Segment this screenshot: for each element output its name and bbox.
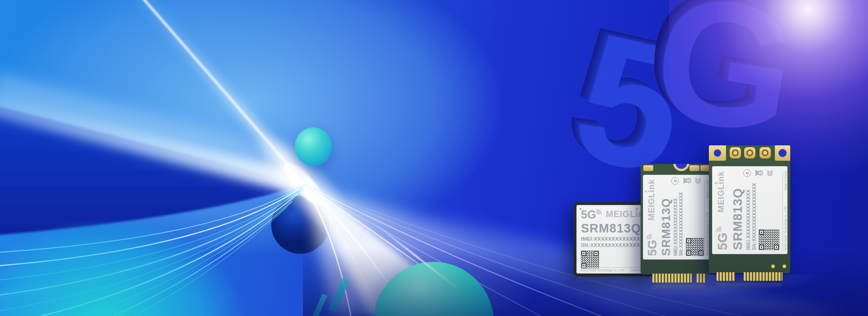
antenna-mark-icon <box>714 182 717 185</box>
reflection-m2 <box>652 284 706 292</box>
sn-line: SN:XXXXXXXXXXXXXXXXXX <box>581 242 649 249</box>
qr-finder-icon <box>774 245 779 250</box>
sn-line: SN:XXXXXXXXXXXXXXXXXX <box>679 179 684 256</box>
reflection-lga <box>576 277 654 283</box>
5g-badge: 5G <box>646 232 659 256</box>
model-number: SRM813Q <box>660 179 672 256</box>
module-m2: 5G MEIGLink SRM813Q IMEI:XXXXXXXX <box>641 164 712 274</box>
ufl-pad-icon <box>643 165 653 171</box>
qr-finder-icon <box>594 251 599 256</box>
cyan-corner-glow <box>0 190 285 316</box>
company-name: MeiG Smart Technology Co., LTD <box>580 269 624 272</box>
company-name: MeiG Smart Technology Co., LTD <box>784 206 787 250</box>
antenna-mark-icon <box>645 190 647 193</box>
screw-hole-icon <box>778 149 787 157</box>
pin1-dot-icon <box>580 208 581 210</box>
model-number: SRM813Q <box>731 171 744 250</box>
module-label: 5G MEIGLink SRM813Q IMEI:XXXXXXXX <box>643 175 709 260</box>
antenna-connector-icon <box>760 147 771 158</box>
edge-connector <box>652 274 692 283</box>
edge-connector <box>697 274 706 283</box>
qr-code <box>686 238 704 256</box>
edge-connector <box>717 272 735 281</box>
5g-badge: 5G <box>716 225 729 250</box>
brand-logo-text: MEIGLink <box>646 179 656 221</box>
antenna-mark-icon <box>636 207 638 209</box>
teal-sphere-small <box>295 127 332 166</box>
certification-icons: e <box>671 177 701 185</box>
weee-bin-icon <box>683 178 691 184</box>
weee-bin-icon <box>755 170 763 177</box>
signal-waves-icon <box>645 232 652 239</box>
qr-finder-icon <box>698 251 703 256</box>
qr-finder-icon <box>686 238 691 243</box>
reflection-minipcie <box>717 283 783 289</box>
imei-line: IMEI:XXXXXXXXXXXXXXX <box>673 179 679 256</box>
screw-hole-icon <box>714 149 721 157</box>
module-label: 5G MEIGLink SRM813Q IMEI:XXXXXXXX <box>712 166 788 254</box>
5g-badge-text: 5G <box>581 209 596 220</box>
fiducial-dot-icon <box>771 265 775 268</box>
antenna-connector-icon <box>730 147 741 158</box>
5g-badge-text: 5G <box>716 232 729 250</box>
5g-badge: 5G <box>581 209 603 220</box>
brand-logo: MEIGLink <box>717 171 726 213</box>
model-number: SRM813Q <box>581 223 649 235</box>
brand-logo-text: MEIGLink <box>716 171 726 213</box>
sn-line: SN:XXXXXXXXXXXXXXXXXX <box>751 171 757 250</box>
qr-finder-icon <box>686 251 691 256</box>
qr-finder-icon <box>581 251 586 256</box>
qr-code <box>581 251 599 269</box>
signal-waves-icon <box>715 225 722 232</box>
screw-notch-icon <box>673 164 689 171</box>
module-mini-pcie: 5G MEIGLink SRM813Q IMEI:XXXXXXXX <box>709 145 790 273</box>
company-name: MeiG Smart Technology Co., LTD <box>706 212 709 256</box>
made-in-label: Made in China <box>706 180 709 199</box>
signal-waves-icon <box>596 208 603 214</box>
emark-icon: e <box>671 177 679 185</box>
mount-pad <box>709 145 726 161</box>
edge-connector <box>744 272 783 281</box>
hero-banner: 5 G <box>0 0 868 316</box>
fiducial-dot-icon <box>783 265 786 268</box>
ccc-icon <box>767 169 773 177</box>
ufl-pad-icon <box>689 165 699 171</box>
certification-icons: e <box>743 169 773 177</box>
emark-icon: e <box>743 169 751 177</box>
antenna-connector-icon <box>744 147 755 158</box>
qr-code <box>759 229 779 250</box>
imei-line: IMEI:XXXXXXXXXXXXXXX <box>581 236 649 242</box>
mount-pad <box>775 145 790 161</box>
5g-badge-text: 5G <box>646 240 659 256</box>
brand-logo: MEIGLink <box>647 179 656 221</box>
ccc-icon <box>695 177 701 185</box>
qr-finder-icon <box>759 230 764 235</box>
made-in-label: Made in China <box>784 171 787 190</box>
qr-finder-icon <box>759 245 764 250</box>
imei-line: IMEI:XXXXXXXXXXXXXXX <box>745 171 751 250</box>
